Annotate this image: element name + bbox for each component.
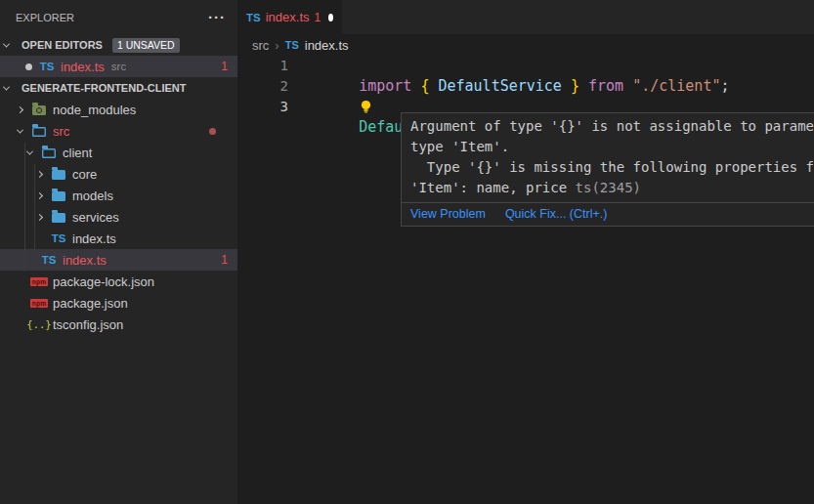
indent-guide [24, 143, 25, 272]
explorer-sidebar: EXPLORER ··· OPEN EDITORS 1 UNSAVED TS i… [0, 0, 237, 504]
line-number: 2 [237, 76, 288, 97]
indent-guide [34, 164, 35, 250]
typescript-file-icon: TS [51, 232, 66, 244]
line-number: 3 [237, 97, 288, 117]
tree-item-tsconfig-json[interactable]: {..} tsconfig.json [0, 314, 237, 335]
quick-fix-link[interactable]: Quick Fix... (Ctrl+.) [505, 207, 608, 221]
more-actions-icon[interactable]: ··· [208, 13, 226, 22]
breadcrumb-separator: › [275, 38, 278, 53]
typescript-file-icon: TS [246, 12, 261, 23]
hover-message-line: 'Item': name, price ts(2345) [410, 178, 814, 198]
tab-bar: TS index.ts 1 [237, 0, 814, 34]
breadcrumb: src › TS index.ts [237, 34, 814, 56]
open-folder-icon [31, 125, 47, 137]
open-editor-folder-hint: src [111, 61, 126, 72]
tree-item-package-json[interactable]: npm package.json [0, 292, 237, 314]
chevron-right-icon [18, 107, 31, 112]
tree-item-package-lock-json[interactable]: npm package-lock.json [0, 271, 237, 292]
modified-dot-icon [25, 63, 32, 70]
error-count-badge: 1 [221, 253, 228, 267]
open-editors-header[interactable]: OPEN EDITORS 1 UNSAVED [0, 34, 237, 56]
hover-actions: View Problem Quick Fix... (Ctrl+.) [402, 202, 814, 226]
open-editor-file-name: index.ts [61, 60, 105, 74]
unsaved-dot-icon[interactable] [328, 14, 333, 21]
tree-item-src-index-ts[interactable]: TS index.ts 1 [0, 249, 237, 271]
breadcrumb-file[interactable]: index.ts [305, 38, 349, 53]
unsaved-badge: 1 UNSAVED [112, 38, 180, 53]
chevron-down-icon [4, 43, 18, 48]
hover-message-line: Argument of type '{}' is not assignable … [410, 116, 814, 137]
typescript-file-icon: TS [39, 61, 55, 72]
view-problem-link[interactable]: View Problem [410, 207, 486, 221]
chevron-right-icon [37, 172, 51, 177]
code-line-2[interactable]: 2 [237, 76, 814, 97]
tree-item-node-modules[interactable]: node_modules [0, 99, 237, 120]
open-editors-label: OPEN EDITORS [21, 39, 103, 51]
editor-group: TS index.ts 1 src › TS index.ts 1import … [237, 0, 814, 504]
breadcrumb-folder[interactable]: src [252, 38, 269, 53]
open-folder-icon [41, 147, 57, 158]
tree-item-core[interactable]: core [0, 163, 237, 185]
tree-item-models[interactable]: models [0, 185, 237, 206]
explorer-title-bar: EXPLORER ··· [0, 0, 237, 34]
json-config-icon: {..} [31, 318, 47, 330]
folder-icon [51, 189, 66, 201]
chevron-down-icon [18, 129, 31, 134]
folder-icon [51, 211, 66, 223]
error-count-badge: 1 [221, 60, 228, 73]
error-code: ts(2345) [576, 180, 641, 195]
open-editor-item-index-ts[interactable]: TS index.ts src 1 [0, 56, 237, 77]
typescript-file-icon: TS [285, 39, 299, 51]
hover-message: Argument of type '{}' is not assignable … [402, 113, 814, 202]
chevron-down-icon [27, 150, 41, 155]
hover-message-line: Type '{}' is missing the following prope… [410, 157, 814, 178]
code-area[interactable]: 1import { DefaultService } from "./clien… [237, 56, 814, 117]
tree-item-client[interactable]: client [0, 142, 237, 163]
workspace-section-header[interactable]: GENERATE-FRONTEND-CLIENT [0, 77, 237, 99]
tab-index-ts[interactable]: TS index.ts 1 [237, 0, 342, 34]
node-modules-folder-icon [31, 104, 47, 115]
workspace-name: GENERATE-FRONTEND-CLIENT [21, 82, 186, 94]
chevron-right-icon [37, 215, 51, 220]
tab-error-count: 1 [315, 11, 321, 24]
tree-item-services[interactable]: services [0, 206, 237, 228]
chevron-down-icon [4, 86, 18, 91]
chevron-right-icon [37, 193, 51, 198]
error-hover-tooltip: Argument of type '{}' is not assignable … [401, 112, 814, 227]
code-line-1[interactable]: 1import { DefaultService } from "./clien… [237, 56, 814, 76]
npm-icon: npm [31, 277, 47, 286]
problem-dot-badge [209, 128, 216, 135]
npm-icon: npm [31, 299, 47, 308]
folder-icon [51, 168, 66, 180]
tree-item-client-index-ts[interactable]: TS index.ts [0, 228, 237, 249]
explorer-title: EXPLORER [16, 12, 74, 23]
typescript-file-icon: TS [41, 254, 57, 266]
tree-item-src[interactable]: src [0, 120, 237, 142]
line-number: 1 [237, 56, 288, 76]
tab-title: index.ts [266, 10, 310, 24]
hover-message-line: type 'Item'. [410, 137, 814, 157]
